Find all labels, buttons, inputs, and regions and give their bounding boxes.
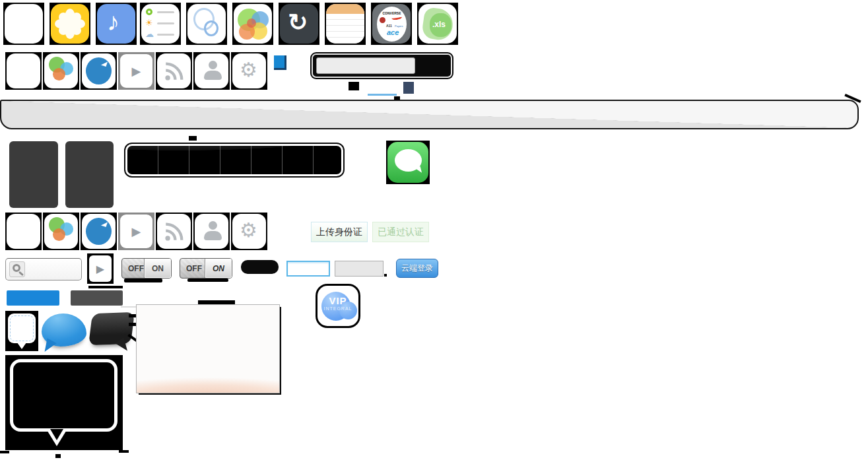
small-icon-color-circles[interactable] [43,52,79,90]
navy-square-mark [403,82,414,94]
blue-square-swatch [274,55,286,70]
three-circles-icon [44,214,78,249]
toggle-off-label: OFF [128,264,144,273]
dark-card-2 [65,141,114,208]
brands-collage-app-icon[interactable]: CONVERSE A11 Payers ace [371,3,412,45]
gray-bar-swatch [71,290,123,306]
photos-flower-app-icon[interactable] [50,3,90,45]
toggle-knob[interactable]: ON [144,259,171,278]
notepad-face [326,4,364,44]
magnifier-icon [9,261,25,277]
brand-word-a11: A11 [386,24,392,28]
list-face: ☀ ☁ [141,4,180,44]
play-icon: ▶ [89,255,112,282]
vip-app-icon[interactable]: VIP INTEGRAL [316,284,360,328]
xls-app-icon[interactable]: .xls [417,3,458,45]
upload-id-button[interactable]: 上传身份证 [311,222,368,242]
search-bar[interactable] [310,52,453,79]
music-note-icon: ♪ [97,4,135,44]
toggle-shadow [187,279,228,282]
brand-collage-icon: CONVERSE A11 Payers ace [372,4,411,44]
brand-red-logo [380,17,385,23]
circles-app-icon[interactable] [186,3,227,45]
cloud-icon: ☁ [145,30,154,38]
app-icon-blank[interactable] [3,3,44,45]
toggle-shadow [124,279,162,282]
sync-app-icon[interactable]: ↻ [279,3,319,45]
small-icon-globe[interactable] [81,52,117,90]
small-icon-rss-2[interactable] [156,213,192,250]
vip-title: VIP [317,295,358,306]
resize-dot [384,274,387,277]
preview-panel [136,304,280,393]
verified-badge-button[interactable]: 已通过认证 [372,222,429,242]
play-icon: ▶ [120,54,152,88]
refresh-icon: ↻ [280,4,318,44]
sun-icon: ☀ [145,18,153,27]
messages-face [387,142,428,183]
large-black-bubble [10,359,117,432]
search-input[interactable] [5,258,82,280]
black-residue-mark [0,451,9,453]
small-icon-user[interactable] [193,52,230,90]
person-icon [195,53,228,88]
small-icon-settings-2[interactable]: ⚙ [231,213,267,250]
small-icon-blank-2[interactable] [5,213,42,250]
play-button-sprite[interactable]: ▶ [87,253,114,284]
search-go-button[interactable] [418,57,448,74]
white-bubble [8,314,36,343]
small-icon-blank[interactable] [5,52,42,90]
cloud-login-button[interactable]: 云端登录 [396,259,438,278]
blue-underline-mark [368,94,397,96]
small-icon-settings[interactable]: ⚙ [231,52,267,90]
flower-icon [51,4,89,44]
settings-list-app-icon[interactable]: ☀ ☁ [140,3,181,45]
rss-icon [157,53,191,88]
xls-label: .xls [432,20,446,29]
black-dash-mark [129,314,136,317]
toggle-off-label: OFF [186,264,202,273]
small-icon-globe-2[interactable] [81,213,117,250]
small-icon-rss[interactable] [156,52,192,90]
highlighted-text-input[interactable] [286,261,330,277]
search-field[interactable] [316,57,415,74]
black-line-mark [88,286,123,288]
large-black-speech-bubble-sprite [5,355,123,450]
brand-word-ace: ace [387,28,399,36]
tick-above-segmented-bar [189,136,197,141]
toggle-switch-on[interactable]: OFF ON [180,258,232,279]
gear-icon: ⚙ [232,214,266,249]
blue-sphere-icon [82,214,116,249]
blue-sphere-icon [82,53,116,88]
chat-balloons-app-icon[interactable] [232,3,273,45]
black-pill [241,260,279,274]
music-app-icon[interactable]: ♪ [96,3,137,45]
segmented-glossy-bar [125,144,343,176]
person-icon [195,214,228,249]
small-icon-user-2[interactable] [193,213,230,250]
small-icon-color-circles-2[interactable] [43,213,79,250]
black-residue-dot [55,454,61,458]
blue-bar-swatch [7,290,59,306]
play-icon: ▶ [120,214,152,248]
vip-subtitle: INTEGRAL [317,306,358,311]
toggle-switch-off[interactable]: OFF ON [121,258,172,279]
notes-app-icon[interactable] [325,3,366,45]
toggle-knob[interactable]: ON [205,259,232,278]
disabled-text-input[interactable] [335,261,384,277]
brand-word-converse: CONVERSE [377,11,407,15]
vip-face: VIP INTEGRAL [317,286,358,326]
search-bar-frame [312,53,452,78]
three-circles-icon [44,53,78,88]
black-dash-mark [129,323,136,326]
black-square-mark [349,82,359,90]
sprite-sheet: ♪ ☀ ☁ ↻ [0,0,868,462]
gear-icon: ⚙ [232,53,266,88]
colored-balloons-icon [234,4,272,44]
green-ring-bullet-icon [146,9,152,15]
black-speech-bubble [88,312,135,345]
small-icon-play[interactable]: ▶ [118,52,154,90]
messages-app-icon[interactable] [386,141,430,184]
xls-face: .xls [418,4,457,44]
small-icon-play-2[interactable]: ▶ [118,213,154,250]
